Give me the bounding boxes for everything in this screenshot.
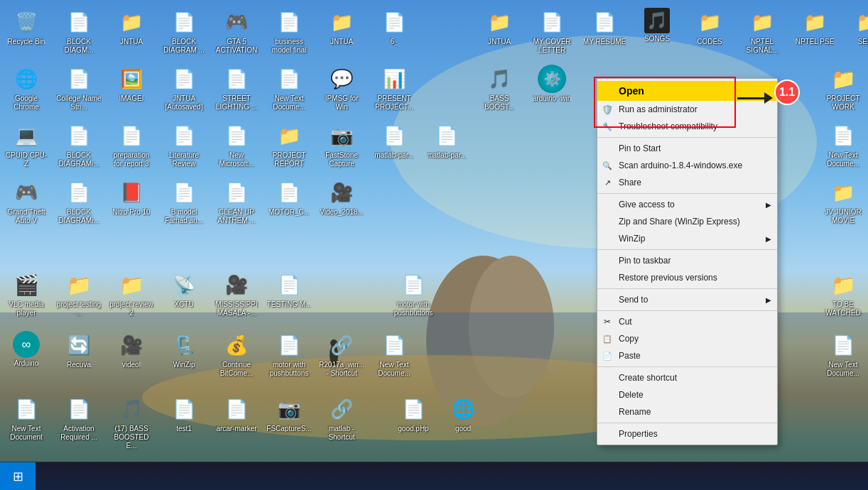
icon-fscapture[interactable]: 📷 FSCaptureS...	[264, 392, 314, 436]
icon-jv-junior[interactable]: 📁 JV JUNIOR MOVIE	[818, 175, 868, 228]
icon-project-review[interactable]: 📁 project review 2	[107, 268, 156, 320]
icon-jntua1[interactable]: 📁 JNTUA	[107, 5, 156, 49]
menu-item-share[interactable]: ↗ Share	[597, 174, 777, 191]
icon-literature[interactable]: 📄 Literature Review	[159, 119, 209, 171]
menu-item-pin-start[interactable]: Pin to Start	[597, 140, 777, 157]
menu-item-delete[interactable]: Delete	[597, 386, 777, 403]
icon-new-text-doc4[interactable]: 📄 New Text Docume...	[818, 328, 868, 381]
menu-item-scan[interactable]: 🔍 Scan arduino-1.8.4-windows.exe	[597, 157, 777, 174]
icon-college-name[interactable]: 📄 College Name Stri...	[54, 62, 104, 114]
icon-mississippi[interactable]: 🎥 MISSISSIPPI MASALA -...	[212, 268, 261, 320]
menu-item-create-shortcut[interactable]: Create shortcut	[597, 369, 777, 386]
submenu-arrow-icon: ▶	[766, 296, 771, 304]
icon-new-text[interactable]: 📄 New Text Docume...	[264, 62, 314, 114]
icon-vlc[interactable]: 🎬 VLC media player	[1, 268, 51, 320]
icon-to-be-watched[interactable]: 📁 TO BE WATCHED	[818, 268, 868, 320]
menu-item-rename[interactable]: Rename	[597, 403, 777, 420]
icon-video-2018[interactable]: 🎥 Video_2018...	[317, 175, 367, 219]
icon-gta5[interactable]: 🎮 GTA 5 ACTIVATION	[212, 5, 261, 58]
icon-block-diagram2[interactable]: 📄 BLOCK DIAGRAM ...	[159, 5, 209, 58]
icon-testing-m[interactable]: 📄 TESTING M...	[264, 268, 314, 312]
icon-project-report[interactable]: 📁 PROJECT REPORT	[264, 119, 314, 171]
icon-b-model[interactable]: 📄 B model Farhad an...	[159, 175, 209, 228]
icon-videoi[interactable]: 🎥 videoI	[107, 328, 156, 372]
menu-item-paste[interactable]: 📄 Paste	[597, 347, 777, 364]
icon-chrome[interactable]: 🌐 Google Chrome	[1, 62, 51, 114]
icon-project-testing[interactable]: 📁 project testing ...	[54, 268, 104, 320]
icon-num6[interactable]: 📄 6_	[369, 5, 419, 49]
icon-nptel-signal[interactable]: 📁 NPTEL SIGNAL...	[737, 5, 787, 58]
icon-imagei[interactable]: 🖼️ IMAGEI	[107, 62, 156, 106]
icon-motor-c[interactable]: 📄 MOTOR_C...	[264, 175, 314, 219]
icon-resume[interactable]: 📄 MY RESUME	[580, 5, 629, 49]
icon-r2017a[interactable]: 🔗 R2017a_win... - Shortcut	[317, 328, 367, 381]
icon-label: BLOCK DIAGRAMi...	[56, 208, 102, 225]
icon-motor-shortcut[interactable]: 📄 motor with pushbuttons	[264, 328, 314, 381]
icon-good[interactable]: 🌐 good	[438, 392, 488, 436]
icon-block-diagram1[interactable]: 📄 BLOCK DIAGM...	[54, 5, 104, 58]
submenu-arrow-icon: ▶	[766, 201, 771, 209]
icon-jntua3[interactable]: 📁 JNTUA	[474, 5, 524, 49]
icon-block-diagramii[interactable]: 📄 BLOCK DIAGRAMi...	[54, 175, 104, 228]
menu-item-pin-taskbar[interactable]: Pin to taskbar	[597, 252, 777, 269]
icon-activation[interactable]: 📄 Activation Required ...	[54, 392, 104, 445]
icon-recycle-bin[interactable]: 🗑️ Recycle Bin	[1, 5, 51, 49]
icon-cpuid[interactable]: 💻 CPUID CPU-Z	[1, 119, 51, 171]
menu-item-zip-share[interactable]: Zip and Share (WinZip Express)	[597, 213, 777, 230]
icon-new-microsoft[interactable]: 📄 New Microsoft...	[212, 119, 261, 171]
icon-present-project[interactable]: 📊 PRESENT PROJECT...	[369, 62, 419, 114]
icon-matlab-par2[interactable]: 📄 matlab-par...	[422, 119, 472, 163]
icon-new-text-doc2[interactable]: 📄 New Text Docume...	[818, 119, 868, 171]
icon-codes[interactable]: 📁 CODES	[685, 5, 734, 49]
icon-nptel-pse[interactable]: 📁 NPTEL PSE	[790, 5, 840, 49]
icon-gta-auto[interactable]: 🎮 Grand Theft Auto V	[1, 175, 51, 228]
icon-preparation[interactable]: 📄 preparation for report 3	[107, 119, 156, 171]
icon-new-text-doc3[interactable]: 📄 New Text Docume...	[369, 328, 419, 381]
icon-songs[interactable]: 🎵 SONGS	[632, 5, 682, 46]
menu-item-give-access[interactable]: Give access to ▶	[597, 196, 777, 213]
icon-winzip[interactable]: 🗜️ WinZip	[159, 328, 209, 372]
icon-matlab-shortcut[interactable]: 🔗 matlab - Shortcut	[317, 392, 367, 445]
icon-cover-letter[interactable]: 📄 MY COVER LETTER	[527, 5, 577, 58]
icon-faststone[interactable]: 📷 FastStone Capture	[317, 119, 367, 171]
icon-business[interactable]: 📄 business model final	[264, 5, 314, 58]
menu-item-cut[interactable]: ✂ Cut	[597, 313, 777, 330]
icon-arduino-app[interactable]: ∞ Arduino	[1, 328, 51, 371]
menu-item-copy[interactable]: 📋 Copy	[597, 330, 777, 347]
icon-label: matlab - Shortcut	[319, 425, 364, 442]
start-button[interactable]: ⊞	[0, 462, 36, 491]
icon-bass-boost[interactable]: 🎵 BASS BOOST...	[474, 62, 524, 114]
icon-matlab-par1[interactable]: 📄 matlab-par...	[369, 119, 419, 163]
icon-arduino-win[interactable]: ⚙️ arduino -win	[527, 62, 577, 106]
icon-project-work[interactable]: 📁 PROJECT WORK	[818, 62, 868, 114]
icon-label: good.pHp	[398, 425, 428, 433]
icon-recuva[interactable]: 🔄 Recuva	[54, 328, 104, 372]
icon-nitro[interactable]: 📕 Nitro Pro 10	[107, 175, 156, 219]
icon-jntua2[interactable]: 📁 JNTUA	[317, 5, 367, 49]
icon-bass-boosted[interactable]: 🎵 (17) BASS BOOSTED E...	[107, 392, 156, 453]
icon-label: PRESENT PROJECT...	[371, 94, 417, 111]
menu-item-properties[interactable]: Properties	[597, 425, 777, 442]
icon-jntua-auto[interactable]: 📄 JNTUA [Autosaved]	[159, 62, 209, 114]
icon-arcar-marker[interactable]: 📄 arcar-marker	[212, 392, 261, 436]
separator	[597, 310, 777, 311]
menu-item-troubleshoot[interactable]: 🔧 Troubleshoot compatibility	[597, 118, 777, 135]
icon-xctu[interactable]: 📡 XCTU	[159, 268, 209, 312]
icon-ipmsg[interactable]: 💬 IPMSG for Win	[317, 62, 367, 114]
menu-item-winzip[interactable]: WinZip ▶	[597, 230, 777, 247]
number-badge: 1.1	[774, 80, 800, 105]
icon-good-php[interactable]: 📄 good.pHp	[389, 392, 438, 436]
icon-continue-bitcome[interactable]: 💰 Continue BitCome...	[212, 328, 261, 381]
icon-block-diagrami[interactable]: 📄 BLOCK DIAGRAMi...	[54, 119, 104, 171]
shield-icon: 🛡️	[602, 104, 613, 115]
icon-label: JV JUNIOR MOVIE	[820, 208, 866, 225]
menu-item-restore-versions[interactable]: Restore previous versions	[597, 269, 777, 286]
icon-motor-push[interactable]: 📄 motor with pushbuttons	[389, 268, 438, 320]
icon-label: BLOCK DIAGM...	[56, 38, 102, 55]
icon-cleanup[interactable]: 📄 CLEAN UP ANTHEM ...	[212, 175, 261, 228]
icon-new-text-doc5[interactable]: 📄 New Text Document	[1, 392, 51, 445]
icon-sent[interactable]: 📁 SENT	[842, 5, 868, 49]
menu-item-send-to[interactable]: Send to ▶	[597, 291, 777, 308]
icon-street-lighting[interactable]: 📄 STREET LIGHTING ...	[212, 62, 261, 114]
icon-test1[interactable]: 📄 test1	[159, 392, 209, 436]
